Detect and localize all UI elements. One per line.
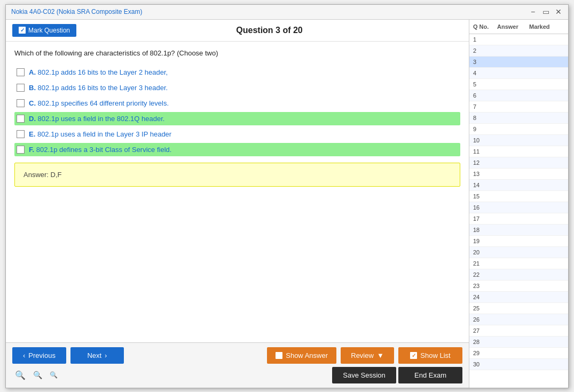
qlist-marked-9	[528, 125, 565, 133]
qlist-row[interactable]: 16	[469, 202, 568, 213]
qlist-num-30: 30	[471, 361, 496, 368]
option-text-d: D. 802.1p uses a field in the 802.1Q hea…	[29, 115, 164, 123]
qlist-num-6: 6	[471, 92, 496, 99]
option-item-d[interactable]: D. 802.1p uses a field in the 802.1Q hea…	[14, 112, 460, 125]
qlist-answer-12	[496, 159, 528, 166]
qlist-answer-5	[496, 81, 528, 88]
qlist-answer-2	[496, 47, 528, 54]
qlist-num-25: 25	[471, 305, 496, 312]
qlist-num-10: 10	[471, 137, 496, 144]
qlist-row[interactable]: 20	[469, 247, 568, 258]
qlist-row[interactable]: 5	[469, 79, 568, 90]
qlist-row[interactable]: 24	[469, 292, 568, 303]
qlist-row[interactable]: 13	[469, 169, 568, 180]
qlist-row[interactable]: 6	[469, 90, 568, 101]
qlist-row[interactable]: 11	[469, 146, 568, 157]
qlist-row[interactable]: 26	[469, 314, 568, 325]
qlist-row[interactable]: 27	[469, 325, 568, 337]
qlist-num-17: 17	[471, 215, 496, 222]
mark-question-button[interactable]: Mark Question	[12, 24, 76, 37]
qlist-num-24: 24	[471, 293, 496, 301]
qlist-answer-16	[496, 204, 528, 211]
qlist-answer-14	[496, 181, 528, 189]
qlist-row[interactable]: 29	[469, 348, 568, 359]
qlist-row[interactable]: 4	[469, 68, 568, 79]
answer-text: Answer: D,F	[23, 171, 62, 179]
footer-row2: 🔍 🔍 🔍 Save Session End Exam	[12, 367, 462, 383]
qlist-row[interactable]: 8	[469, 113, 568, 124]
qlist-answer-20	[496, 249, 528, 256]
zoom-in-button[interactable]: 🔍	[12, 369, 28, 381]
qlist-row[interactable]: 9	[469, 124, 568, 135]
option-item-e[interactable]: E. 802.1p uses a field in the Layer 3 IP…	[14, 127, 460, 141]
qlist-row[interactable]: 30	[469, 359, 568, 370]
qlist-num-29: 29	[471, 349, 496, 357]
qlist-num-1: 1	[471, 36, 496, 43]
qlist-num-20: 20	[471, 249, 496, 256]
window-controls: − ▭ ✕	[529, 7, 563, 16]
option-checkbox-e[interactable]	[17, 130, 25, 138]
window-title: Nokia 4A0-C02 (Nokia SRA Composite Exam)	[11, 8, 142, 15]
qlist-marked-27	[528, 327, 565, 334]
mark-checkbox-icon	[19, 27, 26, 34]
qlist-marked-25	[528, 305, 565, 312]
option-checkbox-a[interactable]	[17, 68, 25, 76]
qlist-marked-14	[528, 181, 565, 189]
show-answer-button[interactable]: Show Answer	[267, 347, 336, 364]
qlist-row[interactable]: 21	[469, 258, 568, 269]
qlist-num-2: 2	[471, 47, 496, 54]
qlist-row[interactable]: 19	[469, 236, 568, 247]
qlist-answer-29	[496, 349, 528, 357]
option-item-c[interactable]: C. 802.1p specifies 64 different priorit…	[14, 97, 460, 110]
qlist-row[interactable]: 3	[469, 57, 568, 68]
qlist-row[interactable]: 10	[469, 135, 568, 146]
qlist-row[interactable]: 22	[469, 269, 568, 281]
qlist-row[interactable]: 7	[469, 101, 568, 113]
qlist-answer-4	[496, 69, 528, 77]
option-checkbox-c[interactable]	[17, 99, 25, 107]
previous-button[interactable]: ‹ Previous	[12, 347, 66, 364]
qlist-row[interactable]: 18	[469, 225, 568, 236]
option-checkbox-d[interactable]	[17, 115, 25, 123]
next-button[interactable]: Next ›	[70, 347, 124, 364]
close-button[interactable]: ✕	[554, 7, 563, 16]
option-checkbox-f[interactable]	[17, 146, 25, 154]
save-session-button[interactable]: Save Session	[332, 367, 396, 383]
minimize-button[interactable]: −	[529, 7, 537, 16]
title-bar: Nokia 4A0-C02 (Nokia SRA Composite Exam)…	[6, 5, 568, 20]
option-item-f[interactable]: F. 802.1p defines a 3-bit Class of Servi…	[14, 143, 460, 156]
qlist-body[interactable]: 1234567891011121314151617181920212223242…	[469, 34, 568, 388]
end-exam-button[interactable]: End Exam	[398, 367, 462, 383]
qlist-row[interactable]: 28	[469, 337, 568, 348]
option-text-a: A. 802.1p adds 16 bits to the Layer 2 he…	[29, 68, 168, 76]
qlist-row[interactable]: 17	[469, 213, 568, 225]
qlist-num-4: 4	[471, 69, 496, 77]
option-item-b[interactable]: B. 802.1p adds 16 bits to the Layer 3 he…	[14, 81, 460, 94]
review-button[interactable]: Review ▼	[341, 347, 394, 364]
qlist-row[interactable]: 2	[469, 45, 568, 57]
zoom-normal-button[interactable]: 🔍	[30, 370, 45, 380]
qlist-answer-13	[496, 170, 528, 178]
qlist-row[interactable]: 14	[469, 180, 568, 191]
options-list: A. 802.1p adds 16 bits to the Layer 2 he…	[14, 66, 460, 156]
qlist-marked-18	[528, 226, 565, 234]
content-area: Mark Question Question 3 of 20 Which of …	[6, 20, 568, 388]
show-list-button[interactable]: Show List	[398, 347, 462, 364]
zoom-controls: 🔍 🔍 🔍	[12, 369, 60, 381]
qlist-row[interactable]: 23	[469, 281, 568, 292]
qlist-row[interactable]: 12	[469, 157, 568, 169]
qlist-row[interactable]: 1	[469, 34, 568, 45]
main-window: Nokia 4A0-C02 (Nokia SRA Composite Exam)…	[5, 4, 569, 388]
qlist-marked-26	[528, 316, 565, 323]
qlist-marked-28	[528, 338, 565, 346]
qlist-row[interactable]: 25	[469, 303, 568, 314]
qlist-answer-3	[496, 58, 528, 66]
maximize-button[interactable]: ▭	[541, 7, 550, 16]
qlist-row[interactable]: 15	[469, 191, 568, 202]
previous-label: Previous	[28, 351, 56, 359]
qlist-num-11: 11	[471, 148, 496, 155]
qlist-marked-21	[528, 260, 565, 267]
option-checkbox-b[interactable]	[17, 84, 25, 92]
option-item-a[interactable]: A. 802.1p adds 16 bits to the Layer 2 he…	[14, 66, 460, 79]
zoom-out-button[interactable]: 🔍	[47, 370, 60, 380]
